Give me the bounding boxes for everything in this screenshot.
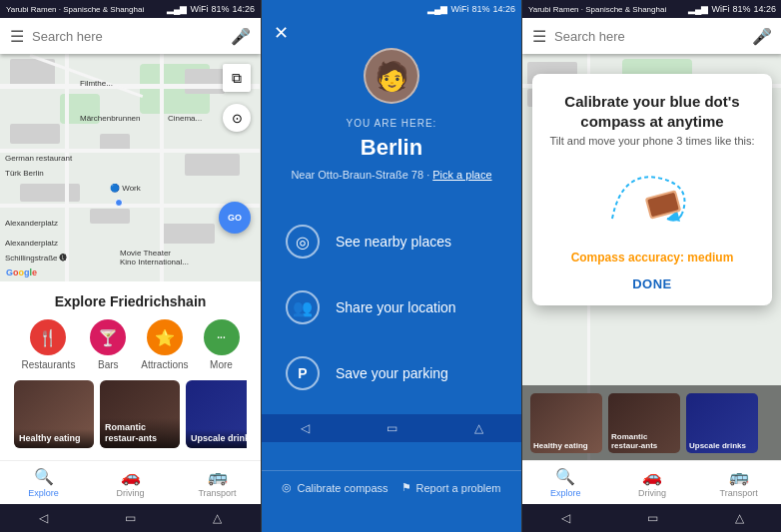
panel-calibrate: Yarubi Ramen · Spanische & Shanghai ▂▄▆ … [521,0,781,532]
hamburger-icon-3[interactable]: ☰ [532,27,546,46]
android-home-2[interactable]: ▭ [387,421,397,435]
android-nav-1: ◁ ▭ △ [0,504,261,532]
dim-card-2: Romantic restaur-ants [608,393,680,453]
mic-icon-1[interactable]: 🎤 [231,27,251,46]
accuracy-value: medium [687,251,733,265]
android-back-3[interactable]: ◁ [561,511,570,525]
road-h-1 [0,84,260,89]
android-back-2[interactable]: ◁ [301,421,310,435]
panel-map: Yarubi Ramen · Spanische & Shanghai ▂▄▆ … [0,0,261,532]
block-8 [160,224,215,244]
footer-report[interactable]: ⚑ Report a problem [401,481,501,494]
menu-item-nearby[interactable]: ◎ See nearby places [262,209,521,274]
report-label: Report a problem [416,482,501,494]
map-area-1: Cinema... Filmthe... Märchenbrunnen Germ… [0,54,261,281]
status-left-1: Yarubi Ramen · Spanische & Shanghai [6,5,144,14]
place-card-romantic[interactable]: Romantic restaur-ants [100,380,180,448]
menu-item-share[interactable]: 👥 Share your location [262,274,521,340]
calibrate-title: Calibrate your blue dot's compass at any… [548,92,756,131]
battery-2: 81% [471,4,489,14]
category-bars[interactable]: 🍸 Bars [90,319,126,370]
location-detail: Near Otto-Braun-Straße 78 · Pick a place [291,169,491,181]
place-card-label-3: Upscale drinks [186,429,247,448]
dim-card-1: Healthy eating [530,393,602,453]
block-5 [185,154,240,176]
block-2 [185,69,225,94]
android-recent-3[interactable]: △ [735,511,744,525]
nav-explore-1[interactable]: 🔍 Explore [0,461,87,504]
status-left-3: Yarubi Ramen · Spanische & Shanghai [528,5,666,14]
search-bar-3[interactable]: ☰ 🎤 [522,18,781,54]
restaurants-label: Restaurants [21,359,75,370]
close-button[interactable]: ✕ [274,22,289,44]
share-icon: 👥 [286,290,320,324]
map-label-film: Filmthe... [80,79,113,88]
map-label-marchen: Märchenbrunnen [80,114,140,123]
category-row: 🍴 Restaurants 🍸 Bars ⭐ Attractions ··· M… [14,319,247,370]
time-2: 14:26 [492,4,515,14]
share-label: Share your location [336,299,456,315]
android-recent-1[interactable]: △ [213,511,222,525]
footer-calibrate[interactable]: ◎ Calibrate compass [282,481,388,494]
android-back-1[interactable]: ◁ [39,511,48,525]
android-recent-2[interactable]: △ [474,421,483,435]
nav-driving-3[interactable]: 🚗 Driving [609,461,696,504]
mic-icon-3[interactable]: 🎤 [752,27,772,46]
nav-driving-1[interactable]: 🚗 Driving [87,461,174,504]
status-right-3: ▂▄▆ WiFi 81% 14:26 [688,4,776,14]
explore-icon-1: 🔍 [34,467,54,486]
user-location-dot [115,199,123,207]
calibrate-label: Calibrate compass [297,482,388,494]
explore-title: Explore Friedrichshain [14,293,247,309]
search-input-1[interactable] [32,29,223,44]
signal-3: ▂▄▆ [688,4,708,14]
attractions-label: Attractions [141,359,188,370]
signal-2: ▂▄▆ [427,4,447,14]
nav-transport-1[interactable]: 🚌 Transport [174,461,261,504]
menu-item-parking[interactable]: P Save your parking [262,340,521,406]
android-nav-2: ◁ ▭ △ [262,414,521,442]
done-button[interactable]: DONE [548,276,756,291]
parking-label: Save your parking [336,365,448,381]
road-v-1 [65,54,69,281]
android-home-3[interactable]: ▭ [647,511,658,525]
carrier-1: Yarubi Ramen · Spanische & Shanghai [6,5,144,14]
map-sim-1: Cinema... Filmthe... Märchenbrunnen Germ… [0,54,261,281]
battery-3: 81% [732,4,750,14]
nearby-label: See nearby places [336,234,451,250]
more-label: More [210,359,233,370]
block-6 [20,184,80,202]
search-bar-1[interactable]: ☰ 🎤 [0,18,261,54]
category-attractions[interactable]: ⭐ Attractions [141,319,188,370]
search-input-3[interactable] [554,29,744,44]
nav-explore-3[interactable]: 🔍 Explore [522,461,609,504]
calibrate-modal: Calibrate your blue dot's compass at any… [532,74,772,305]
place-card-upscale[interactable]: Upscale drinks [186,380,247,448]
layers-button[interactable]: ⧉ [223,64,251,92]
block-3 [10,124,60,144]
place-card-label-1: Healthy eating [14,429,94,448]
go-button[interactable]: GO [219,202,251,234]
map-label-alex: Alexanderplatz [5,219,58,228]
phone-animation [592,159,712,239]
status-bar-1: Yarubi Ramen · Spanische & Shanghai ▂▄▆ … [0,0,261,18]
bottom-nav-1: 🔍 Explore 🚗 Driving 🚌 Transport [0,460,261,504]
road-h-3 [0,204,260,208]
place-card-healthy[interactable]: Healthy eating [14,380,94,448]
bottom-sheet-1: Explore Friedrichshain 🍴 Restaurants 🍸 B… [0,281,261,460]
hamburger-icon-1[interactable]: ☰ [10,27,24,46]
wifi-1: WiFi [190,4,208,14]
nearby-icon: ◎ [286,225,320,259]
category-more[interactable]: ··· More [204,319,240,370]
restaurants-icon: 🍴 [30,319,66,355]
bars-label: Bars [98,359,119,370]
category-restaurants[interactable]: 🍴 Restaurants [21,319,75,370]
time-3: 14:26 [753,4,776,14]
compass-button-1[interactable]: ⊙ [223,104,251,132]
dim-card-3: Upscale drinks [686,393,758,453]
nav-transport-3[interactable]: 🚌 Transport [695,461,781,504]
pick-place-link[interactable]: Pick a place [432,169,491,181]
android-home-1[interactable]: ▭ [125,511,136,525]
panel3-map: Calibrate your blue dot's compass at any… [522,54,781,460]
road-h-2 [0,149,260,153]
